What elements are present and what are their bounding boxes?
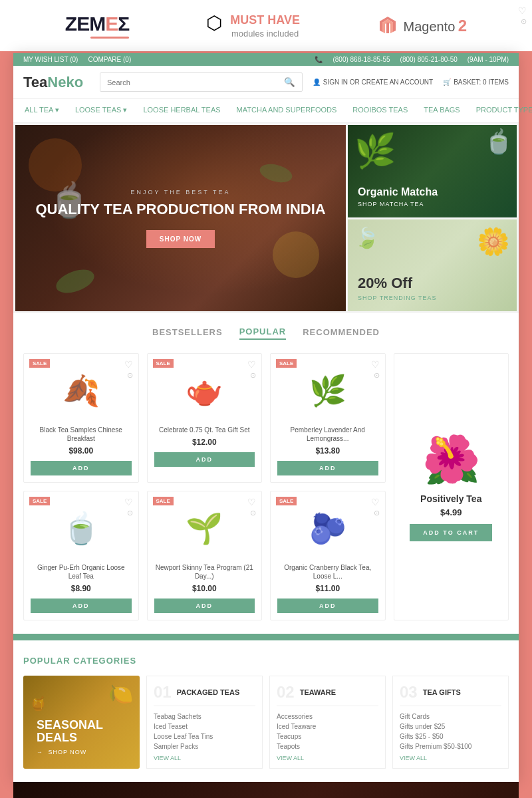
cat-list-item[interactable]: Gifts Premium $50-$100 <box>400 741 501 751</box>
add-to-cart-button[interactable]: ADD <box>154 598 255 613</box>
cat-list-item[interactable]: Teabag Sachets <box>154 712 255 722</box>
compare-icon[interactable]: ⊙ <box>250 371 256 380</box>
must-have-subtitle: modules included <box>231 29 299 39</box>
categories-title: Popular Categories <box>23 656 509 666</box>
cat-list-item[interactable]: Iced Teaware <box>277 722 378 732</box>
compare-link[interactable]: COMPARE (0) <box>88 56 131 63</box>
product-card[interactable]: SALE ♡ ⊙ 🫐 Organic Cranberry Black Tea, … <box>270 491 386 620</box>
nav-loose-teas[interactable]: LOOSE TEAS ▾ <box>74 99 129 122</box>
nav-matcha[interactable]: MATCHA AND SUPERFOODS <box>235 99 338 122</box>
cat-list-item[interactable]: Iced Teaset <box>154 722 255 732</box>
product-card[interactable]: SALE ♡ ⊙ 🫖 Celebrate 0.75 Qt. Tea Gift S… <box>147 353 263 483</box>
side-top-title: Organic Matcha <box>358 186 507 198</box>
store-logo[interactable]: TeaNeko <box>23 74 90 91</box>
wishlist-icon[interactable]: ♡ <box>124 497 133 507</box>
cat-list-item[interactable]: Teacups <box>277 732 378 741</box>
view-all-link[interactable]: View All <box>154 755 255 761</box>
product-price: $12.00 <box>154 438 255 447</box>
product-image: 🌱 <box>154 498 255 558</box>
store-wrapper: MY WISH LIST (0) COMPARE (0) 📞 (800) 868… <box>13 53 519 782</box>
product-image: 🌿 <box>277 360 378 420</box>
view-all-link[interactable]: View All <box>400 755 501 761</box>
compare-icon[interactable]: ⊙ <box>127 371 133 380</box>
must-have-title: MUST HAVE <box>230 13 300 27</box>
must-have-badge: ⬡ MUST HAVE modules included <box>206 12 300 39</box>
utility-bar: MY WISH LIST (0) COMPARE (0) 📞 (800) 868… <box>13 53 519 66</box>
cat-list-item[interactable]: Gift Cards <box>400 712 501 722</box>
side-top-link[interactable]: SHOP MATCHA TEA <box>358 201 507 207</box>
add-to-cart-button[interactable]: ADD <box>31 461 132 475</box>
wishlist-icon[interactable]: ♡ <box>371 497 380 507</box>
view-all-link[interactable]: View All <box>277 755 378 761</box>
add-to-cart-button[interactable]: ADD <box>31 598 132 613</box>
cat-list-item[interactable]: Accessories <box>277 712 378 722</box>
hero-side-top: 🌿 🍵 Organic Matcha SHOP MATCHA TEA <box>348 125 517 217</box>
tab-popular[interactable]: POPULAR <box>239 327 287 340</box>
compare-icon[interactable]: ⊙ <box>127 509 133 517</box>
compare-icon[interactable]: ⊙ <box>521 17 527 26</box>
search-button[interactable]: 🔍 <box>277 73 302 91</box>
side-bottom-link[interactable]: SHOP TRENDING TEAS <box>358 295 507 301</box>
store-header: TeaNeko 🔍 👤 SIGN IN OR CREATE AN ACCOUNT… <box>13 66 519 99</box>
tab-bestsellers[interactable]: BESTSELLERS <box>152 327 223 339</box>
product-card[interactable]: SALE ♡ ⊙ 🍵 Ginger Pu-Erh Organic Loose L… <box>23 491 139 620</box>
compare-icon[interactable]: ⊙ <box>250 509 256 517</box>
cat-number: 02 <box>277 683 295 702</box>
product-price: $13.80 <box>277 446 378 456</box>
add-to-cart-button[interactable]: ADD <box>277 598 378 613</box>
hours: (9AM - 10PM) <box>467 56 509 63</box>
nav-all-tea[interactable]: ALL TEA ▾ <box>23 99 61 122</box>
seasonal-deals-card[interactable]: 🍋 🍯 SEASONAL DEALS → SHOP NOW <box>23 676 140 769</box>
branding-bar: ZEMEΣ ⬡ MUST HAVE modules included Magen… <box>0 0 532 53</box>
seasonal-link[interactable]: → SHOP NOW <box>37 749 126 755</box>
compare-icon[interactable]: ⊙ <box>374 509 380 517</box>
product-price: $11.00 <box>277 584 378 593</box>
nav-rooibos[interactable]: ROOIBOS TEAS <box>351 99 409 122</box>
product-card[interactable]: SALE ♡ ⊙ 🌱 Newport Skinny Tea Program (2… <box>147 491 263 620</box>
tab-recommended[interactable]: RECOMMENDED <box>303 327 380 339</box>
cat-list-item[interactable]: Gifts under $25 <box>400 722 501 732</box>
phone2: (800) 805-21-80-50 <box>400 56 458 63</box>
wishlist-icon[interactable]: ♡ <box>124 359 133 370</box>
featured-add-cart-button[interactable]: ADD TO CART <box>410 524 492 541</box>
product-image: 🫖 <box>154 360 255 420</box>
basket-link[interactable]: 🛒 BASKET: 0 ITEMS <box>443 78 509 86</box>
add-to-cart-button[interactable]: ADD <box>277 461 378 475</box>
cat-list-item[interactable]: Gifts $25 - $50 <box>400 732 501 741</box>
hero-cta-button[interactable]: SHOP NOW <box>146 230 215 248</box>
product-image: 🍵 <box>31 498 132 558</box>
product-name: Pemberley Lavender And Lemongrass... <box>277 426 378 443</box>
product-card[interactable]: SALE ♡ ⊙ 🌿 Pemberley Lavender And Lemong… <box>270 353 386 483</box>
cat-list-title: TEA GIFTS <box>423 688 461 696</box>
compare-icon[interactable]: ⊙ <box>374 371 380 380</box>
phone-icon: 📞 <box>315 56 323 63</box>
add-to-cart-button[interactable]: ADD <box>154 452 255 467</box>
featured-product-card[interactable]: ♡ ⊙ 🌺 Positively Tea $4.99 ADD TO CART <box>394 353 509 620</box>
sale-badge: SALE <box>276 497 297 505</box>
cat-list-item[interactable]: Loose Leaf Tea Tins <box>154 732 255 741</box>
featured-name: Positively Tea <box>420 493 481 504</box>
nav-product-types[interactable]: PRODUCT TYPES <box>475 99 532 122</box>
header-actions: 👤 SIGN IN OR CREATE AN ACCOUNT 🛒 BASKET:… <box>313 78 509 86</box>
cat-list-title: TEAWARE <box>300 688 336 696</box>
cat-list-item[interactable]: Teapots <box>277 741 378 751</box>
hero-main: 🍵 ENJOY THE BEST TEA QUALITY TEA PRODUCT… <box>15 125 346 311</box>
wishlist-icon[interactable]: ♡ <box>371 359 380 370</box>
product-price: $98.00 <box>31 446 132 456</box>
nav-loose-herbal[interactable]: LOOSE HERBAL TEAS <box>142 99 221 122</box>
hero-side: 🌿 🍵 Organic Matcha SHOP MATCHA TEA 🌼 🍃 2… <box>348 125 517 311</box>
search-input[interactable] <box>100 73 277 91</box>
wishlist-icon[interactable]: ♡ <box>247 497 256 507</box>
cat-list-item[interactable]: Sampler Packs <box>154 741 255 751</box>
magento-text: Magento 2 <box>404 17 467 35</box>
wishlist-icon[interactable]: ♡ <box>518 5 527 16</box>
cat-list-header: 01 PACKAGED TEAS <box>154 683 255 706</box>
sale-badge: SALE <box>29 359 50 368</box>
product-card[interactable]: SALE ♡ ⊙ 🍂 Black Tea Samples Chinese Bre… <box>23 353 139 483</box>
nav-tea-bags[interactable]: TEA BAGS <box>422 99 461 122</box>
wishlist-icon[interactable]: ♡ <box>247 359 256 370</box>
featured-image: 🌺 <box>422 432 480 487</box>
wishlist-link[interactable]: MY WISH LIST (0) <box>23 56 78 63</box>
nav-bar: ALL TEA ▾ LOOSE TEAS ▾ LOOSE HERBAL TEAS… <box>13 99 519 123</box>
sign-in-link[interactable]: 👤 SIGN IN OR CREATE AN ACCOUNT <box>313 78 433 86</box>
